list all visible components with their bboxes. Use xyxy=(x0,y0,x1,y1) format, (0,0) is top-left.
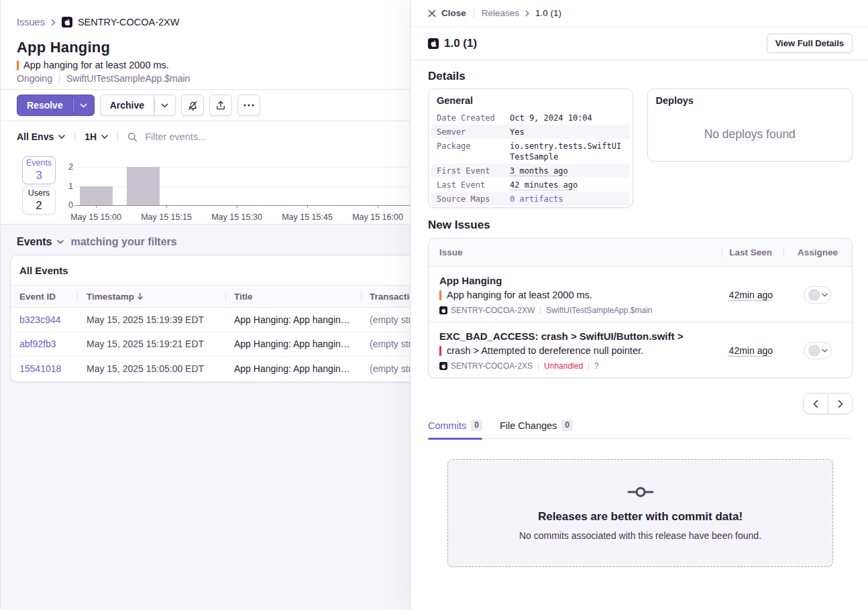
all-events-card: All Events Event ID Timestamp Title Tran… xyxy=(10,255,410,382)
event-timestamp: May 15, 2025 15:19:39 EDT xyxy=(87,314,234,325)
previous-page-button[interactable] xyxy=(804,393,828,414)
environment-filter[interactable]: All Envs xyxy=(17,131,65,142)
breadcrumb-project[interactable]: SENTRY-COCOA-2XW xyxy=(62,17,179,27)
events-bar-chart: 012May 15 15:00May 15 15:15May 15 15:30M… xyxy=(56,156,410,223)
chevron-right-icon xyxy=(525,10,529,17)
assignee-dropdown[interactable] xyxy=(804,342,832,359)
chart-gridline xyxy=(74,186,410,187)
mute-button[interactable] xyxy=(181,95,204,116)
general-key: Package xyxy=(437,141,510,162)
resolve-dropdown-button[interactable] xyxy=(73,95,95,116)
breadcrumb-issues-link[interactable]: Issues xyxy=(17,17,45,27)
period-filter-label: 1H xyxy=(85,131,97,142)
event-title: App Hanging: App hanging for at least 20… xyxy=(234,363,370,374)
filter-events-input[interactable]: Filter events... xyxy=(127,131,394,142)
tab-commits[interactable]: Commits 0 xyxy=(428,420,482,438)
panel-tabs: Commits 0 File Changes 0 xyxy=(428,420,853,439)
issue-project-slug: SENTRY-COCOA-2XS xyxy=(451,361,533,371)
column-title[interactable]: Title xyxy=(234,292,370,302)
chart-x-tick xyxy=(96,205,97,208)
archive-split-button: Archive xyxy=(100,95,176,116)
issue-title-link[interactable]: EXC_BAD_ACCESS: crash > SwiftUI/Button.s… xyxy=(439,329,722,343)
event-transaction: (empty string) xyxy=(370,314,410,325)
event-id-link[interactable]: b323c944 xyxy=(19,314,87,325)
column-assignee: Assignee xyxy=(783,247,852,257)
chart-x-axis xyxy=(74,205,410,206)
event-id-link[interactable]: 15541018 xyxy=(19,363,87,374)
chevron-down-icon xyxy=(822,293,828,297)
release-details-panel: Close Releases 1.0 (1) 1.0 (1) View Full… xyxy=(410,0,868,610)
events-count-toggle[interactable]: Events 3 xyxy=(22,156,56,184)
general-row: First Event 3 months ago xyxy=(431,164,630,178)
breadcrumb-releases-link[interactable]: Releases xyxy=(482,8,519,18)
tab-file-changes[interactable]: File Changes 0 xyxy=(500,420,573,438)
event-row: abf92fb3 May 15, 2025 15:19:21 EDT App H… xyxy=(11,332,410,357)
help-icon[interactable]: ? xyxy=(594,361,599,371)
chart-bar[interactable] xyxy=(80,186,113,206)
general-card-title: General xyxy=(429,89,633,111)
chart-x-tick-label: May 15 16:00 xyxy=(352,212,403,222)
share-button[interactable] xyxy=(209,95,232,116)
breadcrumb: Issues SENTRY-COCOA-2XW xyxy=(17,17,394,27)
general-value: Oct 9, 2024 10:04 xyxy=(510,113,622,123)
next-page-button[interactable] xyxy=(828,393,852,414)
view-full-details-button[interactable]: View Full Details xyxy=(767,34,853,53)
chart-x-tick xyxy=(378,205,378,208)
sort-desc-icon xyxy=(137,292,144,300)
general-key: Last Event xyxy=(437,180,510,190)
chevron-right-icon xyxy=(838,400,843,408)
deploys-card: Deploys No deploys found xyxy=(647,88,853,162)
new-issues-card: Issue Last Seen Assignee App Hanging App… xyxy=(428,238,853,378)
chart-x-tick xyxy=(166,205,167,208)
apple-project-icon xyxy=(428,38,439,49)
search-icon xyxy=(127,132,138,142)
events-section-title[interactable]: Events xyxy=(17,236,52,248)
column-event-id[interactable]: Event ID xyxy=(19,292,87,302)
issue-culprit: SwiftUITestSampleApp.$main xyxy=(546,305,652,316)
issue-title-link[interactable]: App Hanging xyxy=(439,273,722,288)
source-maps-link[interactable]: 0 artifacts xyxy=(510,194,563,204)
release-title: 1.0 (1) xyxy=(444,37,477,50)
general-key: Date Created xyxy=(437,113,510,123)
separator xyxy=(588,362,589,370)
period-filter[interactable]: 1H xyxy=(85,131,108,142)
general-row: Date Created Oct 9, 2024 10:04 xyxy=(431,111,630,125)
close-panel-button[interactable]: Close xyxy=(428,8,466,18)
issue-subtitle: App hanging for at least 2000 ms. xyxy=(23,60,169,71)
assignee-dropdown[interactable] xyxy=(804,286,832,304)
event-id-link[interactable]: abf92fb3 xyxy=(19,339,87,349)
chart-bar[interactable] xyxy=(127,167,160,205)
deploys-card-title: Deploys xyxy=(648,89,853,111)
column-last-seen: Last Seen xyxy=(722,247,783,257)
deploys-empty-text: No deploys found xyxy=(648,111,853,161)
archive-button[interactable]: Archive xyxy=(100,95,154,116)
column-issue: Issue xyxy=(429,247,722,257)
resolve-split-button: Resolve xyxy=(17,95,95,116)
breadcrumb-project-label: SENTRY-COCOA-2XW xyxy=(78,17,179,27)
chevron-down-icon xyxy=(822,349,828,353)
users-count-value: 2 xyxy=(23,199,55,212)
panel-breadcrumb: Releases 1.0 (1) xyxy=(482,8,561,18)
event-title: App Hanging: App hanging for at least 20… xyxy=(234,314,370,325)
pagination xyxy=(803,393,853,414)
chevron-down-icon xyxy=(101,135,108,139)
event-row: 15541018 May 15, 2025 15:05:00 EDT App H… xyxy=(11,357,410,381)
close-icon xyxy=(428,9,436,17)
users-count-toggle[interactable]: Users 2 xyxy=(22,186,56,215)
empty-state-title: Releases are better with commit data! xyxy=(538,510,743,524)
archive-dropdown-button[interactable] xyxy=(154,95,176,116)
event-row: b323c944 May 15, 2025 15:19:39 EDT App H… xyxy=(11,308,410,332)
users-count-label: Users xyxy=(23,188,55,198)
commit-icon xyxy=(627,486,654,498)
resolve-button[interactable]: Resolve xyxy=(17,95,73,116)
more-actions-button[interactable] xyxy=(237,95,260,116)
column-transaction[interactable]: Transaction xyxy=(370,292,410,302)
issue-message: App hanging for at least 2000 ms. xyxy=(447,288,592,302)
general-key: First Event xyxy=(437,166,510,176)
chart-x-tick-label: May 15 15:00 xyxy=(70,212,121,222)
column-timestamp[interactable]: Timestamp xyxy=(87,292,234,302)
chart-y-tick-label: 1 xyxy=(68,182,73,191)
new-issues-heading: New Issues xyxy=(428,219,853,232)
issue-project-slug: SENTRY-COCOA-2XW xyxy=(451,305,535,316)
chart-x-tick xyxy=(307,205,308,208)
